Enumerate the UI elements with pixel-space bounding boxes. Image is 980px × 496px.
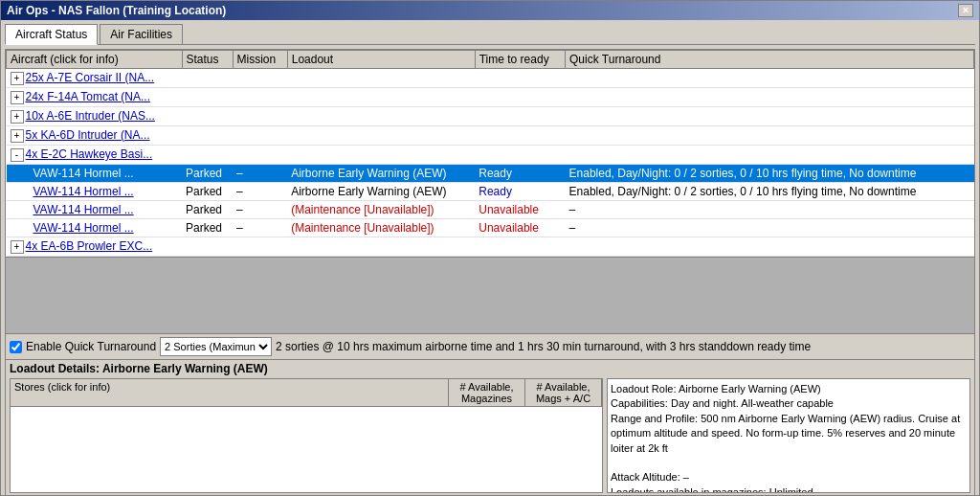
quick-turnaround-bar: Enable Quick Turnaround 2 Sorties (Maxim…: [6, 333, 974, 359]
loadout-cell: [287, 88, 475, 107]
status-cell: [182, 69, 233, 88]
title-bar-buttons: ✕: [958, 4, 973, 17]
col-status: Status: [182, 51, 233, 69]
quick-cell: [566, 69, 974, 88]
loadout-cell: Airborne Early Warning (AEW): [287, 183, 475, 201]
time-ready-cell: [475, 107, 565, 126]
empty-area: [6, 257, 974, 333]
tab-air-facilities[interactable]: Air Facilities: [100, 24, 183, 44]
aircraft-name[interactable]: VAW-114 Hormel ...: [33, 203, 134, 216]
col-magazines: # Available, Magazines: [449, 379, 525, 406]
stores-label: Stores (click for info): [11, 379, 449, 406]
title-bar: Air Ops - NAS Fallon (Training Location)…: [1, 1, 979, 20]
time-ready-cell: Ready: [475, 183, 565, 201]
loadout-cell: [287, 237, 475, 257]
quick-turnaround-label: Enable Quick Turnaround: [26, 340, 156, 353]
aircraft-name[interactable]: 4x EA-6B Prowler EXC...: [26, 239, 153, 253]
loadout-cell: (Maintenance [Unavailable]): [287, 219, 475, 237]
main-panel: Aircraft (click for info) Status Mission…: [5, 49, 975, 496]
col-quick: Quick Turnaround: [566, 51, 974, 69]
table-row[interactable]: +25x A-7E Corsair II (NA...: [7, 69, 974, 88]
expand-icon[interactable]: +: [11, 72, 24, 85]
table-row[interactable]: VAW-114 Hormel ...Parked–Airborne Early …: [7, 165, 974, 183]
status-cell: [182, 88, 233, 107]
aircraft-cell: -4x E-2C Hawkeye Basi...: [7, 146, 183, 165]
status-cell: [182, 237, 233, 257]
quick-turnaround-checkbox[interactable]: [10, 341, 22, 353]
quick-turnaround-description: 2 sorties @ 10 hrs maximum airborne time…: [276, 340, 811, 353]
main-window: Air Ops - NAS Fallon (Training Location)…: [0, 0, 980, 496]
time-ready-cell: Ready: [475, 165, 565, 183]
aircraft-table: Aircraft (click for info) Status Mission…: [6, 50, 974, 257]
content-area: Aircraft Status Air Facilities Aircraft …: [1, 20, 979, 496]
expand-icon[interactable]: -: [11, 148, 24, 162]
loadout-info: Loadout Role: Airborne Early Warning (AE…: [607, 378, 970, 493]
aircraft-name[interactable]: 25x A-7E Corsair II (NA...: [26, 71, 155, 84]
col-loadout: Loadout: [287, 51, 475, 69]
aircraft-name[interactable]: 10x A-6E Intruder (NAS...: [26, 109, 155, 123]
time-ready-cell: [475, 88, 565, 107]
time-ready-cell: [475, 126, 565, 146]
loadout-cell: [287, 146, 475, 165]
aircraft-cell: +10x A-6E Intruder (NAS...: [7, 107, 183, 126]
status-cell: [182, 146, 233, 165]
table-row[interactable]: VAW-114 Hormel ...Parked–Airborne Early …: [7, 183, 974, 201]
aircraft-name[interactable]: 5x KA-6D Intruder (NA...: [26, 128, 150, 142]
status-cell: Parked: [182, 201, 233, 219]
expand-icon[interactable]: +: [11, 129, 24, 143]
expand-icon[interactable]: +: [11, 91, 24, 104]
mission-cell: –: [233, 201, 287, 219]
table-row[interactable]: -4x E-2C Hawkeye Basi...: [7, 146, 974, 165]
sorties-select[interactable]: 2 Sorties (Maximun: [160, 337, 272, 356]
aircraft-name[interactable]: VAW-114 Hormel ...: [33, 185, 134, 198]
status-cell: Parked: [182, 165, 233, 183]
close-button[interactable]: ✕: [958, 4, 973, 17]
aircraft-cell: +24x F-14A Tomcat (NA...: [7, 88, 183, 107]
quick-cell: [566, 88, 974, 107]
table-row[interactable]: VAW-114 Hormel ...Parked–(Maintenance [U…: [7, 201, 974, 219]
aircraft-name[interactable]: VAW-114 Hormel ...: [33, 167, 134, 180]
loadout-details: Loadout Details: Airborne Early Warning …: [6, 359, 974, 495]
expand-icon[interactable]: +: [11, 240, 24, 254]
status-cell: [182, 126, 233, 146]
table-row[interactable]: VAW-114 Hormel ...Parked–(Maintenance [U…: [7, 219, 974, 237]
quick-cell: [566, 107, 974, 126]
tab-bar: Aircraft Status Air Facilities: [5, 24, 975, 45]
col-mission: Mission: [233, 51, 287, 69]
aircraft-name[interactable]: 4x E-2C Hawkeye Basi...: [26, 147, 153, 161]
quick-cell: [566, 126, 974, 146]
status-cell: [182, 107, 233, 126]
loadout-cell: (Maintenance [Unavailable]): [287, 201, 475, 219]
stores-body: [11, 407, 602, 411]
quick-cell: –: [566, 201, 974, 219]
mission-cell: [233, 107, 287, 126]
quick-cell: Enabled, Day/Night: 0 / 2 sorties, 0 / 1…: [566, 183, 974, 201]
mission-cell: [233, 126, 287, 146]
mission-cell: –: [233, 219, 287, 237]
loadout-details-title: Loadout Details: Airborne Early Warning …: [10, 362, 970, 375]
col-mags-ac: # Available, Mags + A/C: [525, 379, 602, 406]
aircraft-cell: VAW-114 Hormel ...: [7, 219, 183, 237]
time-ready-cell: [475, 237, 565, 257]
quick-cell: [566, 237, 974, 257]
mission-cell: –: [233, 165, 287, 183]
aircraft-cell: VAW-114 Hormel ...: [7, 183, 183, 201]
status-cell: Parked: [182, 183, 233, 201]
tab-aircraft-status[interactable]: Aircraft Status: [5, 24, 98, 45]
mission-cell: [233, 69, 287, 88]
time-ready-cell: [475, 146, 565, 165]
mission-cell: [233, 88, 287, 107]
aircraft-cell: +4x EA-6B Prowler EXC...: [7, 237, 183, 257]
table-row[interactable]: +5x KA-6D Intruder (NA...: [7, 126, 974, 146]
aircraft-name[interactable]: 24x F-14A Tomcat (NA...: [26, 90, 151, 103]
aircraft-name[interactable]: VAW-114 Hormel ...: [33, 221, 134, 235]
expand-icon[interactable]: +: [11, 110, 24, 124]
table-row[interactable]: +4x EA-6B Prowler EXC...: [7, 237, 974, 257]
aircraft-cell: VAW-114 Hormel ...: [7, 201, 183, 219]
table-row[interactable]: +24x F-14A Tomcat (NA...: [7, 88, 974, 107]
mission-cell: [233, 146, 287, 165]
table-row[interactable]: +10x A-6E Intruder (NAS...: [7, 107, 974, 126]
mission-cell: [233, 237, 287, 257]
window-title: Air Ops - NAS Fallon (Training Location): [7, 4, 226, 17]
mission-cell: –: [233, 183, 287, 201]
